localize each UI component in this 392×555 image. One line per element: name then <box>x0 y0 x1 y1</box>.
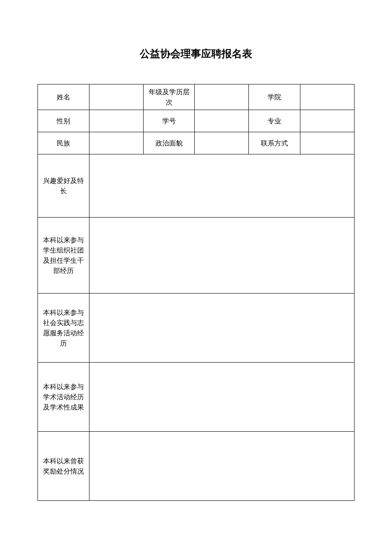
label-major: 专业 <box>249 110 300 132</box>
table-row: 姓名 年级及学历层次 学院 <box>38 84 355 110</box>
value-awards-punishments <box>89 432 354 501</box>
label-academic-experience: 本科以来参与学术活动经历及学术性成果 <box>38 363 89 432</box>
label-ethnicity: 民族 <box>38 132 89 154</box>
label-contact: 联系方式 <box>249 132 300 154</box>
value-major <box>300 110 355 132</box>
value-name <box>89 84 143 110</box>
value-interests-strengths <box>89 154 354 218</box>
table-row: 本科以来参与社会实践与志愿服务活动经历 <box>38 293 355 363</box>
value-academic-experience <box>89 363 354 432</box>
label-college: 学院 <box>249 84 300 110</box>
label-gender: 性别 <box>38 110 89 132</box>
label-student-id: 学号 <box>143 110 195 132</box>
value-student-org-experience <box>89 218 354 293</box>
value-political-status <box>195 132 249 154</box>
value-college <box>300 84 355 110</box>
label-awards-punishments: 本科以来曾获奖励处分情况 <box>38 432 89 501</box>
value-student-id <box>195 110 249 132</box>
label-student-org-experience: 本科以来参与学生组织社团及担任学生干部经历 <box>38 218 89 293</box>
table-row: 性别 学号 专业 <box>38 110 355 132</box>
table-row: 本科以来参与学生组织社团及担任学生干部经历 <box>38 218 355 293</box>
value-gender <box>89 110 143 132</box>
value-contact <box>300 132 355 154</box>
table-row: 本科以来曾获奖励处分情况 <box>38 432 355 501</box>
value-ethnicity <box>89 132 143 154</box>
label-political-status: 政治面貌 <box>143 132 195 154</box>
label-grade-degree: 年级及学历层次 <box>143 84 195 110</box>
label-social-practice-experience: 本科以来参与社会实践与志愿服务活动经历 <box>38 293 89 363</box>
form-title: 公益协会理事应聘报名表 <box>37 47 355 61</box>
value-social-practice-experience <box>89 293 354 363</box>
application-form-table: 姓名 年级及学历层次 学院 性别 学号 专业 民族 政治面貌 联系方式 兴趣爱好… <box>37 84 355 501</box>
value-grade-degree <box>195 84 249 110</box>
table-row: 本科以来参与学术活动经历及学术性成果 <box>38 363 355 432</box>
table-row: 兴趣爱好及特长 <box>38 154 355 218</box>
label-name: 姓名 <box>38 84 89 110</box>
table-row: 民族 政治面貌 联系方式 <box>38 132 355 154</box>
label-interests-strengths: 兴趣爱好及特长 <box>38 154 89 218</box>
